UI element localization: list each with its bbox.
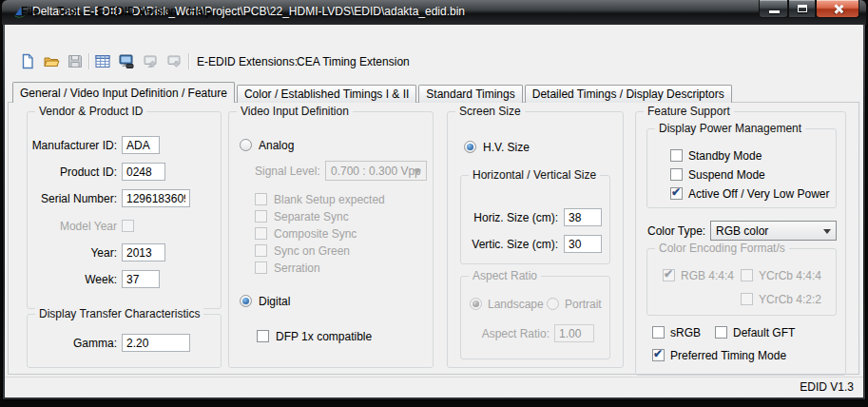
srgb-label[interactable]: sRGB [670, 326, 701, 339]
rgb444-label[interactable]: RGB 4:4:4 [681, 269, 734, 282]
standby-mode-checkbox[interactable] [670, 149, 683, 162]
menu-file[interactable]: File [15, 0, 45, 23]
separate-sync-checkbox[interactable] [255, 210, 267, 223]
signal-level-select[interactable]: 0.700 : 0.300 Vpp [325, 161, 427, 181]
close-icon [833, 4, 843, 14]
color-encoding-group-title: Color Encoding Format/s [655, 242, 789, 255]
serial-number-field[interactable] [122, 189, 190, 207]
ycrcb422-checkbox[interactable] [741, 293, 753, 305]
digital-radio[interactable] [240, 295, 252, 307]
preferred-timing-checkbox[interactable] [652, 349, 665, 361]
chevron-down-icon [823, 229, 831, 238]
dfp-compatible-label[interactable]: DFP 1x compatible [276, 330, 372, 343]
upload-device-icon[interactable] [142, 53, 159, 69]
color-type-select[interactable]: RGB color [710, 221, 837, 241]
model-year-label[interactable]: Model Year [29, 220, 117, 233]
dfp-compatible-checkbox[interactable] [257, 330, 269, 342]
sync-on-green-label[interactable]: Sync on Green [274, 244, 350, 258]
feature-support-group-title: Feature Support [644, 105, 734, 118]
manufacturer-id-field[interactable] [122, 136, 160, 154]
open-file-icon[interactable] [43, 53, 60, 69]
tab-detailed-timings[interactable]: Detailed Timings / Display Descriptors [525, 85, 732, 103]
gamma-label: Gamma: [29, 337, 117, 350]
download-device-icon[interactable] [165, 53, 183, 69]
gamma-field[interactable] [122, 334, 190, 352]
edid-version-status: EDID V1.3 [800, 380, 854, 394]
menu-help[interactable]: Help [183, 0, 218, 23]
vertic-size-field[interactable] [564, 235, 602, 253]
new-document-icon[interactable] [19, 53, 36, 69]
transfer-characteristics-group-title: Display Transfer Characteristics [35, 307, 203, 320]
horiz-size-field[interactable] [564, 208, 602, 226]
week-label: Week: [29, 273, 117, 286]
horiz-vert-size-group-title: Horizontal / Vertical Size [469, 168, 600, 182]
close-button[interactable] [816, 0, 859, 18]
active-off-checkbox[interactable] [670, 187, 683, 200]
digital-label[interactable]: Digital [259, 295, 290, 308]
extensions-value: CEA Timing Extension [297, 55, 410, 68]
aspect-ratio-group-title: Aspect Ratio [469, 269, 541, 282]
product-id-label: Product ID: [29, 165, 117, 179]
composite-sync-label[interactable]: Composite Sync [274, 227, 357, 241]
serration-label[interactable]: Serration [274, 262, 320, 275]
analog-label[interactable]: Analog [259, 139, 294, 152]
menu-eedid-version[interactable]: E-EDID Version [91, 0, 183, 23]
rgb444-checkbox[interactable] [663, 269, 675, 281]
maximize-button[interactable] [788, 0, 816, 18]
suspend-mode-checkbox[interactable] [670, 168, 683, 181]
composite-sync-checkbox[interactable] [255, 227, 267, 240]
chevron-down-icon [414, 169, 421, 178]
video-input-group-title: Video Input Definition [237, 105, 353, 118]
portrait-radio[interactable] [547, 298, 559, 310]
read-device-icon[interactable] [118, 53, 135, 69]
aspect-ratio-label: Aspect Ratio: [471, 327, 550, 340]
suspend-mode-label[interactable]: Suspend Mode [688, 168, 765, 182]
analog-radio[interactable] [240, 139, 252, 151]
standby-mode-label[interactable]: Standby Mode [688, 149, 762, 163]
blank-setup-label[interactable]: Blank Setup expected [274, 193, 385, 206]
color-type-label: Color Type: [647, 224, 705, 238]
screen: Deltacast E-EDID - D:\Disk_Work\Project\… [0, 0, 868, 407]
year-field[interactable] [122, 243, 165, 262]
tab-general[interactable]: General / Video Input Definition / Featu… [12, 82, 235, 103]
blank-setup-checkbox[interactable] [255, 193, 267, 205]
active-off-label[interactable]: Active Off / Very Low Power [688, 187, 830, 201]
tab-color-established[interactable]: Color / Established Timings I & II [237, 85, 416, 103]
year-label: Year: [29, 246, 117, 260]
preferred-timing-label[interactable]: Preferred Timing Mode [670, 349, 786, 362]
vendor-product-group-title: Vendor & Product ID [35, 105, 146, 118]
ycrcb422-label[interactable]: YCrCb 4:2:2 [759, 293, 821, 306]
manufacturer-id-label: Manufacturer ID: [29, 139, 117, 152]
aspect-ratio-field[interactable] [554, 324, 594, 342]
minimize-icon [769, 10, 780, 13]
separate-sync-label[interactable]: Separate Sync [274, 210, 349, 223]
landscape-radio[interactable] [470, 298, 482, 310]
sync-on-green-checkbox[interactable] [255, 244, 267, 257]
model-year-checkbox[interactable] [122, 220, 134, 232]
default-gft-label[interactable]: Default GFT [733, 326, 795, 339]
landscape-label[interactable]: Landscape [488, 298, 544, 311]
ycrcb444-label[interactable]: YCrCb 4:4:4 [759, 269, 821, 282]
ycrcb444-checkbox[interactable] [741, 269, 753, 281]
edid-table-icon[interactable] [94, 53, 111, 69]
menu-tool[interactable]: Tool [51, 0, 84, 23]
toolbar-separator [88, 53, 89, 69]
tab-standard-timings[interactable]: Standard Timings [418, 85, 522, 103]
portrait-label[interactable]: Portrait [565, 298, 602, 311]
power-management-group-title: Display Power Management [655, 122, 805, 135]
extensions-label: E-EDID Extensions: [197, 55, 298, 68]
default-gft-checkbox[interactable] [715, 326, 727, 339]
vertic-size-label: Vertic. Size (cm): [466, 238, 558, 251]
hv-size-radio[interactable] [464, 141, 476, 153]
week-field[interactable] [122, 270, 160, 288]
save-file-icon[interactable] [67, 53, 84, 69]
serration-checkbox[interactable] [255, 262, 267, 274]
hv-size-label[interactable]: H.V. Size [483, 141, 530, 154]
color-type-value: RGB color [716, 224, 768, 238]
horiz-size-label: Horiz. Size (cm): [466, 211, 558, 224]
maximize-icon [798, 5, 807, 12]
product-id-field[interactable] [122, 163, 165, 181]
srgb-checkbox[interactable] [652, 326, 665, 339]
signal-level-label: Signal Level: [255, 165, 320, 178]
minimize-button[interactable] [759, 0, 788, 18]
